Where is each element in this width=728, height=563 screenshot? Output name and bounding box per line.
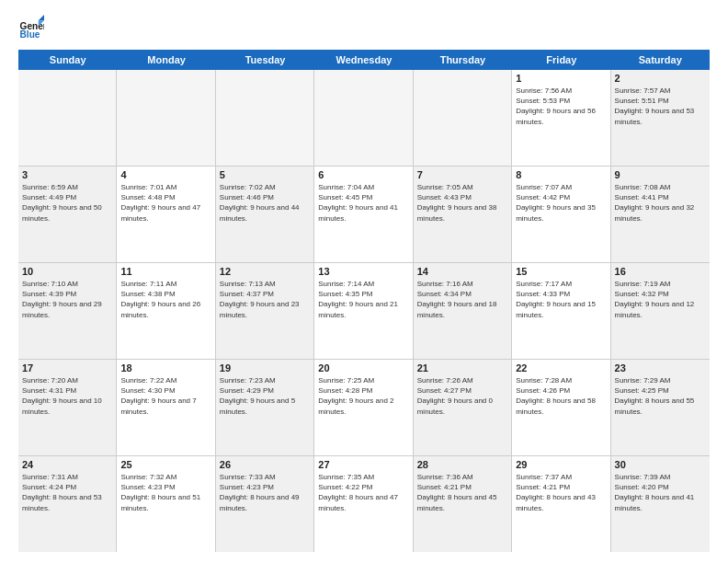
- day-number: 17: [22, 362, 112, 373]
- day-info: Sunrise: 7:28 AM Sunset: 4:26 PM Dayligh…: [516, 375, 606, 417]
- day-number: 8: [516, 169, 606, 180]
- calendar-cell: 21Sunrise: 7:26 AM Sunset: 4:27 PM Dayli…: [414, 360, 512, 455]
- day-info: Sunrise: 7:36 AM Sunset: 4:21 PM Dayligh…: [417, 472, 507, 513]
- calendar-cell: 28Sunrise: 7:36 AM Sunset: 4:21 PM Dayli…: [414, 456, 512, 552]
- day-info: Sunrise: 7:57 AM Sunset: 5:51 PM Dayligh…: [615, 86, 706, 127]
- logo: General Blue: [18, 15, 48, 40]
- day-number: 29: [516, 459, 606, 470]
- day-info: Sunrise: 7:02 AM Sunset: 4:46 PM Dayligh…: [220, 182, 310, 224]
- calendar-week-2: 3Sunrise: 6:59 AM Sunset: 4:49 PM Daylig…: [18, 167, 710, 263]
- calendar-cell: 10Sunrise: 7:10 AM Sunset: 4:39 PM Dayli…: [18, 263, 117, 359]
- day-number: 20: [318, 362, 408, 373]
- day-info: Sunrise: 7:17 AM Sunset: 4:33 PM Dayligh…: [516, 279, 606, 320]
- day-info: Sunrise: 7:56 AM Sunset: 5:53 PM Dayligh…: [516, 86, 606, 127]
- day-info: Sunrise: 7:11 AM Sunset: 4:38 PM Dayligh…: [120, 279, 210, 320]
- day-number: 19: [220, 362, 310, 373]
- day-number: 2: [615, 73, 706, 84]
- page-header: General Blue: [18, 15, 710, 40]
- calendar-cell: [117, 70, 215, 166]
- day-number: 26: [220, 459, 310, 470]
- calendar-cell: 4Sunrise: 7:01 AM Sunset: 4:48 PM Daylig…: [117, 167, 215, 262]
- day-info: Sunrise: 7:39 AM Sunset: 4:20 PM Dayligh…: [615, 472, 706, 513]
- day-info: Sunrise: 7:01 AM Sunset: 4:48 PM Dayligh…: [120, 182, 210, 224]
- logo-icon: General Blue: [18, 15, 44, 40]
- day-number: 30: [615, 459, 706, 470]
- day-number: 23: [615, 362, 706, 373]
- day-info: Sunrise: 7:04 AM Sunset: 4:45 PM Dayligh…: [318, 182, 408, 224]
- calendar: SundayMondayTuesdayWednesdayThursdayFrid…: [18, 50, 710, 552]
- day-number: 28: [417, 459, 507, 470]
- day-info: Sunrise: 7:31 AM Sunset: 4:24 PM Dayligh…: [22, 472, 112, 513]
- calendar-cell: 22Sunrise: 7:28 AM Sunset: 4:26 PM Dayli…: [512, 360, 610, 455]
- day-info: Sunrise: 7:08 AM Sunset: 4:41 PM Dayligh…: [615, 182, 706, 224]
- day-info: Sunrise: 7:05 AM Sunset: 4:43 PM Dayligh…: [417, 182, 507, 224]
- day-number: 13: [318, 266, 408, 277]
- day-number: 22: [516, 362, 606, 373]
- calendar-cell: 8Sunrise: 7:07 AM Sunset: 4:42 PM Daylig…: [512, 167, 610, 262]
- day-number: 11: [120, 266, 210, 277]
- svg-text:Blue: Blue: [20, 29, 40, 40]
- calendar-cell: 26Sunrise: 7:33 AM Sunset: 4:23 PM Dayli…: [216, 456, 314, 552]
- calendar-cell: 12Sunrise: 7:13 AM Sunset: 4:37 PM Dayli…: [216, 263, 314, 359]
- svg-marker-2: [39, 15, 44, 20]
- calendar-cell: 1Sunrise: 7:56 AM Sunset: 5:53 PM Daylig…: [512, 70, 610, 166]
- calendar-week-4: 17Sunrise: 7:20 AM Sunset: 4:31 PM Dayli…: [18, 360, 710, 456]
- calendar-cell: 6Sunrise: 7:04 AM Sunset: 4:45 PM Daylig…: [314, 167, 413, 262]
- day-number: 27: [318, 459, 408, 470]
- day-info: Sunrise: 7:35 AM Sunset: 4:22 PM Dayligh…: [318, 472, 408, 513]
- day-info: Sunrise: 6:59 AM Sunset: 4:49 PM Dayligh…: [22, 182, 112, 224]
- day-info: Sunrise: 7:23 AM Sunset: 4:29 PM Dayligh…: [220, 375, 310, 417]
- calendar-cell: [414, 70, 512, 166]
- calendar-cell: 19Sunrise: 7:23 AM Sunset: 4:29 PM Dayli…: [216, 360, 314, 455]
- calendar-cell: 27Sunrise: 7:35 AM Sunset: 4:22 PM Dayli…: [314, 456, 413, 552]
- day-number: 16: [615, 266, 706, 277]
- day-number: 18: [120, 362, 210, 373]
- day-number: 6: [318, 169, 408, 180]
- day-info: Sunrise: 7:07 AM Sunset: 4:42 PM Dayligh…: [516, 182, 606, 224]
- calendar-cell: 24Sunrise: 7:31 AM Sunset: 4:24 PM Dayli…: [18, 456, 117, 552]
- day-number: 4: [120, 169, 210, 180]
- calendar-cell: 17Sunrise: 7:20 AM Sunset: 4:31 PM Dayli…: [18, 360, 117, 455]
- calendar-cell: 14Sunrise: 7:16 AM Sunset: 4:34 PM Dayli…: [414, 263, 512, 359]
- day-number: 14: [417, 266, 507, 277]
- day-info: Sunrise: 7:26 AM Sunset: 4:27 PM Dayligh…: [417, 375, 507, 417]
- day-info: Sunrise: 7:10 AM Sunset: 4:39 PM Dayligh…: [22, 279, 112, 320]
- day-number: 1: [516, 73, 606, 84]
- day-info: Sunrise: 7:22 AM Sunset: 4:30 PM Dayligh…: [120, 375, 210, 417]
- day-number: 10: [22, 266, 112, 277]
- calendar-week-5: 24Sunrise: 7:31 AM Sunset: 4:24 PM Dayli…: [18, 456, 710, 552]
- calendar-cell: 15Sunrise: 7:17 AM Sunset: 4:33 PM Dayli…: [512, 263, 610, 359]
- calendar-cell: 13Sunrise: 7:14 AM Sunset: 4:35 PM Dayli…: [314, 263, 413, 359]
- day-number: 5: [220, 169, 310, 180]
- day-number: 9: [615, 169, 706, 180]
- header-day-tuesday: Tuesday: [216, 50, 314, 70]
- calendar-week-3: 10Sunrise: 7:10 AM Sunset: 4:39 PM Dayli…: [18, 263, 710, 360]
- calendar-cell: 30Sunrise: 7:39 AM Sunset: 4:20 PM Dayli…: [611, 456, 710, 552]
- day-number: 25: [120, 459, 210, 470]
- day-number: 7: [417, 169, 507, 180]
- calendar-cell: 5Sunrise: 7:02 AM Sunset: 4:46 PM Daylig…: [216, 167, 314, 262]
- calendar-cell: 7Sunrise: 7:05 AM Sunset: 4:43 PM Daylig…: [414, 167, 512, 262]
- calendar-cell: 11Sunrise: 7:11 AM Sunset: 4:38 PM Dayli…: [117, 263, 215, 359]
- header-day-thursday: Thursday: [414, 50, 512, 70]
- day-info: Sunrise: 7:33 AM Sunset: 4:23 PM Dayligh…: [220, 472, 310, 513]
- calendar-cell: 20Sunrise: 7:25 AM Sunset: 4:28 PM Dayli…: [314, 360, 413, 455]
- day-info: Sunrise: 7:25 AM Sunset: 4:28 PM Dayligh…: [318, 375, 408, 417]
- calendar-cell: [18, 70, 117, 166]
- calendar-cell: 25Sunrise: 7:32 AM Sunset: 4:23 PM Dayli…: [117, 456, 215, 552]
- header-day-sunday: Sunday: [18, 50, 117, 70]
- day-number: 12: [220, 266, 310, 277]
- day-info: Sunrise: 7:16 AM Sunset: 4:34 PM Dayligh…: [417, 279, 507, 320]
- day-number: 21: [417, 362, 507, 373]
- calendar-cell: 23Sunrise: 7:29 AM Sunset: 4:25 PM Dayli…: [611, 360, 710, 455]
- day-number: 24: [22, 459, 112, 470]
- calendar-cell: 9Sunrise: 7:08 AM Sunset: 4:41 PM Daylig…: [611, 167, 710, 262]
- day-info: Sunrise: 7:37 AM Sunset: 4:21 PM Dayligh…: [516, 472, 606, 513]
- calendar-cell: 2Sunrise: 7:57 AM Sunset: 5:51 PM Daylig…: [611, 70, 710, 166]
- day-info: Sunrise: 7:32 AM Sunset: 4:23 PM Dayligh…: [120, 472, 210, 513]
- day-info: Sunrise: 7:13 AM Sunset: 4:37 PM Dayligh…: [220, 279, 310, 320]
- day-info: Sunrise: 7:20 AM Sunset: 4:31 PM Dayligh…: [22, 375, 112, 417]
- calendar-cell: 29Sunrise: 7:37 AM Sunset: 4:21 PM Dayli…: [512, 456, 610, 552]
- calendar-cell: 16Sunrise: 7:19 AM Sunset: 4:32 PM Dayli…: [611, 263, 710, 359]
- header-day-wednesday: Wednesday: [314, 50, 413, 70]
